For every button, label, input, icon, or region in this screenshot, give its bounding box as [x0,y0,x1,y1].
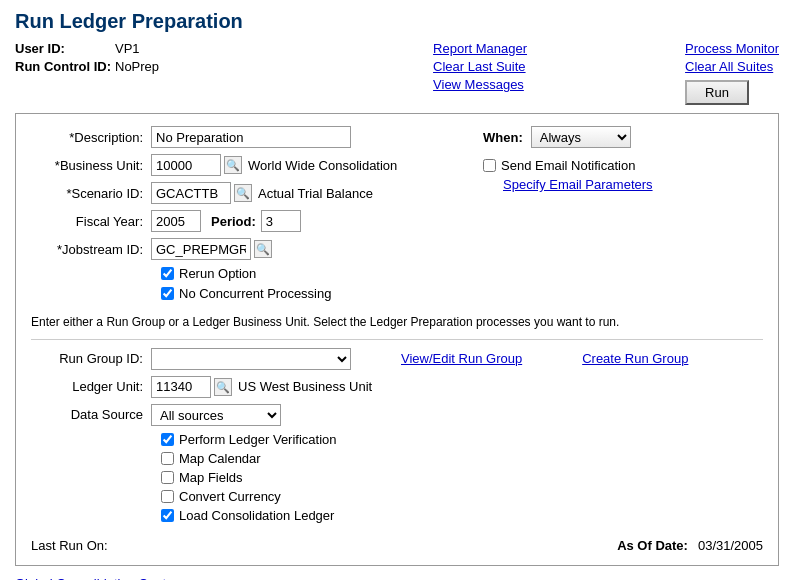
as-of-date-value: 03/31/2005 [698,538,763,553]
map-fields-row: Map Fields [161,470,763,485]
main-form-box: *Description: No Preparation *Business U… [15,113,779,566]
load-consolidation-checkbox[interactable] [161,509,174,522]
header-right-links: Process Monitor Clear All Suites Run [685,41,779,105]
no-concurrent-checkbox[interactable] [161,287,174,300]
business-unit-label: *Business Unit: [31,158,151,173]
ledger-unit-label: Ledger Unit: [31,379,151,394]
view-messages-link[interactable]: View Messages [433,77,524,92]
info-text: Enter either a Run Group or a Ledger Bus… [31,314,763,331]
ledger-unit-lookup-icon[interactable]: 🔍 [214,378,232,396]
view-edit-run-group-link[interactable]: View/Edit Run Group [401,351,522,366]
map-calendar-label: Map Calendar [179,451,261,466]
user-id-row: User ID: VP1 [15,41,275,56]
scenario-id-label: *Scenario ID: [31,186,151,201]
bottom-row: Last Run On: As Of Date: 03/31/2005 [31,533,763,553]
when-label: When: [483,130,523,145]
perform-ledger-row: Perform Ledger Verification [161,432,763,447]
no-concurrent-row: No Concurrent Processing [31,286,483,301]
report-manager-link[interactable]: Report Manager [433,41,527,56]
rerun-option-checkbox[interactable] [161,267,174,280]
scenario-id-input[interactable]: GCACTTB [151,182,231,204]
page-title: Run Ledger Preparation [15,10,779,33]
scenario-id-lookup-icon[interactable]: 🔍 [234,184,252,202]
data-source-row: Data Source All sources Actual Budget [31,404,763,426]
run-button[interactable]: Run [685,80,749,105]
description-row: *Description: No Preparation [31,126,483,148]
jobstream-id-lookup-icon[interactable]: 🔍 [254,240,272,258]
run-group-id-select[interactable] [151,348,351,370]
ledger-unit-name: US West Business Unit [238,379,372,394]
period-label: Period: [211,214,256,229]
rerun-option-row: Rerun Option [31,266,483,281]
run-group-id-row: Run Group ID: View/Edit Run Group Create… [31,348,763,370]
convert-currency-checkbox[interactable] [161,490,174,503]
global-consolidation-center-link[interactable]: Global Consolidation Center [15,576,178,580]
description-label: *Description: [31,130,151,145]
run-control-row: Run Control ID: NoPrep [15,59,275,74]
user-id-label: User ID: [15,41,115,56]
section-divider [31,339,763,340]
jobstream-id-label: *Jobstream ID: [31,242,151,257]
perform-ledger-checkbox[interactable] [161,433,174,446]
perform-ledger-label: Perform Ledger Verification [179,432,337,447]
rerun-option-label: Rerun Option [179,266,256,281]
business-unit-row: *Business Unit: 10000 🔍 World Wide Conso… [31,154,483,176]
clear-last-suite-link[interactable]: Clear Last Suite [433,59,526,74]
ledger-unit-row: Ledger Unit: 11340 🔍 US West Business Un… [31,376,763,398]
create-run-group-link[interactable]: Create Run Group [582,351,688,366]
map-fields-label: Map Fields [179,470,243,485]
run-control-label: Run Control ID: [15,59,115,74]
when-row: When: Always Daily Weekly Monthly [483,126,763,148]
send-email-checkbox[interactable] [483,159,496,172]
specify-email-row: Specify Email Parameters [503,177,763,192]
convert-currency-row: Convert Currency [161,489,763,504]
no-concurrent-label: No Concurrent Processing [179,286,331,301]
run-control-value: NoPrep [115,59,275,74]
business-unit-name: World Wide Consolidation [248,158,397,173]
header-left: User ID: VP1 Run Control ID: NoPrep [15,41,275,105]
business-unit-lookup-icon[interactable]: 🔍 [224,156,242,174]
fiscal-year-row: Fiscal Year: 2005 Period: 3 [31,210,483,232]
last-run-label: Last Run On: [31,538,108,553]
data-source-label: Data Source [31,407,151,422]
ledger-unit-input[interactable]: 11340 [151,376,211,398]
jobstream-id-input[interactable]: GC_PREPMGR [151,238,251,260]
run-group-section: Run Group ID: View/Edit Run Group Create… [31,348,763,426]
convert-currency-label: Convert Currency [179,489,281,504]
user-id-value: VP1 [115,41,275,56]
fiscal-year-label: Fiscal Year: [31,214,151,229]
process-monitor-link[interactable]: Process Monitor [685,41,779,56]
load-consolidation-label: Load Consolidation Ledger [179,508,334,523]
data-source-select[interactable]: All sources Actual Budget [151,404,281,426]
fiscal-year-input[interactable]: 2005 [151,210,201,232]
header-section: User ID: VP1 Run Control ID: NoPrep Repo… [15,41,779,105]
as-of-date-label: As Of Date: [617,538,688,553]
period-input[interactable]: 3 [261,210,301,232]
scenario-id-row: *Scenario ID: GCACTTB 🔍 Actual Trial Bal… [31,182,483,204]
form-area: *Description: No Preparation *Business U… [31,126,763,306]
clear-all-suites-link[interactable]: Clear All Suites [685,59,773,74]
when-select[interactable]: Always Daily Weekly Monthly [531,126,631,148]
specify-email-link[interactable]: Specify Email Parameters [503,177,653,192]
header-center-links: Report Manager Clear Last Suite View Mes… [433,41,527,105]
as-of-date-section: As Of Date: 03/31/2005 [617,538,763,553]
footer-link: Global Consolidation Center [15,576,779,580]
form-left: *Description: No Preparation *Business U… [31,126,483,306]
last-run-section: Last Run On: [31,538,108,553]
send-email-row: Send Email Notification [483,158,763,173]
map-calendar-checkbox[interactable] [161,452,174,465]
description-input[interactable]: No Preparation [151,126,351,148]
load-consolidation-row: Load Consolidation Ledger [161,508,763,523]
send-email-label: Send Email Notification [501,158,635,173]
business-unit-input[interactable]: 10000 [151,154,221,176]
process-checkboxes: Perform Ledger Verification Map Calendar… [161,432,763,523]
map-fields-checkbox[interactable] [161,471,174,484]
scenario-name: Actual Trial Balance [258,186,373,201]
map-calendar-row: Map Calendar [161,451,763,466]
form-right: When: Always Daily Weekly Monthly Send E… [483,126,763,306]
jobstream-id-row: *Jobstream ID: GC_PREPMGR 🔍 [31,238,483,260]
run-group-id-label: Run Group ID: [31,351,151,366]
